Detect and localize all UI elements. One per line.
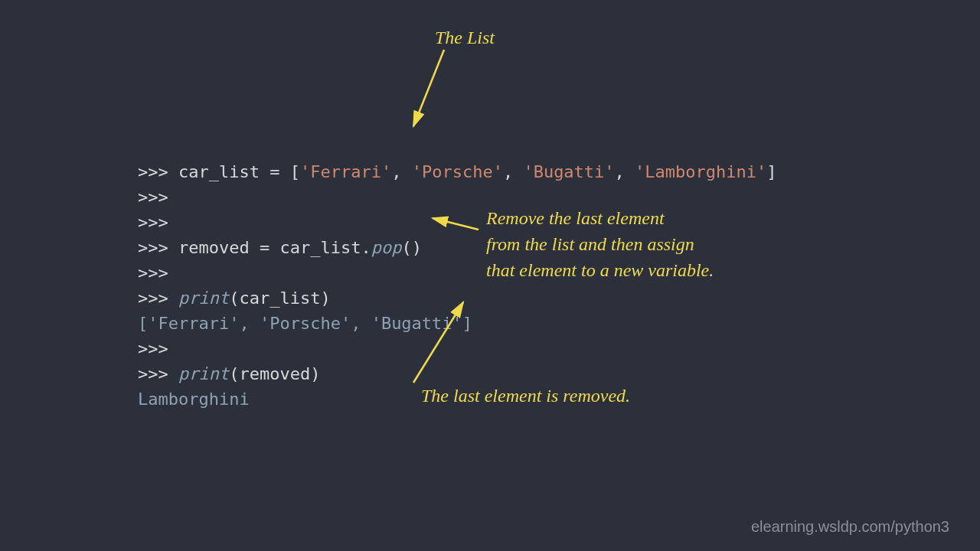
str-porsche: 'Porsche'	[412, 162, 503, 181]
output-removed: Lamborghini	[138, 390, 250, 409]
annotation-the-list: The List	[435, 24, 495, 51]
prompt: >>>	[138, 187, 168, 207]
var-car-list: car_list	[178, 162, 260, 181]
prompt: >>>	[138, 263, 168, 282]
prompt: >>>	[138, 213, 168, 232]
watermark: elearning.wsldp.com/python3	[751, 518, 949, 536]
annotation-remove-element: Remove the last element from the list an…	[486, 205, 714, 283]
var-removed: removed	[178, 238, 250, 257]
str-ferrari: 'Ferrari'	[300, 162, 391, 181]
fn-print: print	[178, 289, 229, 308]
output-list: ['Ferrari', 'Porsche', 'Bugatti']	[138, 314, 472, 333]
arrow-to-list	[413, 50, 444, 126]
prompt: >>>	[138, 289, 168, 308]
prompt: >>>	[138, 339, 168, 358]
annotation-last-removed: The last element is removed.	[421, 383, 630, 409]
str-lamborghini: 'Lamborghini'	[635, 162, 766, 181]
prompt: >>>	[138, 162, 168, 181]
method-pop: pop	[371, 238, 402, 257]
prompt: >>>	[138, 238, 168, 257]
prompt: >>>	[138, 364, 168, 383]
str-bugatti: 'Bugatti'	[523, 162, 614, 181]
fn-print: print	[178, 364, 229, 383]
